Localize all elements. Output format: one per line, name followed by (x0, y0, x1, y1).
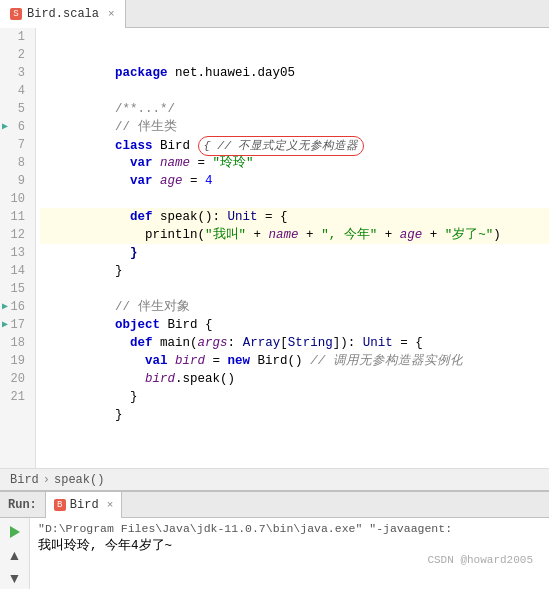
run-tab[interactable]: B Bird × (45, 492, 122, 518)
fold-arrow-16[interactable]: ▶ (2, 298, 8, 316)
run-panel: Run: B Bird × ▲ ▼ "D:\Program Files\Java… (0, 490, 549, 589)
line-num-17: ▶ 17 (0, 316, 29, 334)
line-num-14: 14 (0, 262, 29, 280)
editor-tab-bar: S Bird.scala × (0, 0, 549, 28)
code-lines: package net.huawei.day05 /**...*/ // 伴生类… (36, 28, 549, 468)
line-num-12: 12 (0, 226, 29, 244)
line-num-2: 2 (0, 46, 29, 64)
play-icon (10, 526, 20, 538)
run-tab-bar: Run: B Bird × (0, 492, 549, 518)
code-area: 1 2 3 4 5 ▶ 6 7 8 9 10 11 12 13 14 15 ▶ … (0, 28, 549, 468)
line-num-11: 11 (0, 208, 29, 226)
run-output-area: "D:\Program Files\Java\jdk-11.0.7\bin\ja… (30, 518, 549, 589)
code-line-1 (40, 28, 549, 46)
watermark: CSDN @howard2005 (427, 554, 533, 566)
run-footer: CSDN @howard2005 (38, 554, 541, 568)
scroll-up-button[interactable]: ▲ (5, 545, 25, 565)
breadcrumb: Bird › speak() (0, 468, 549, 490)
code-line-4: /**...*/ (40, 82, 549, 100)
line-num-7: 7 (0, 136, 29, 154)
breadcrumb-part1: Bird (10, 469, 39, 491)
code-line-2: package net.huawei.day05 (40, 46, 549, 64)
run-command: "D:\Program Files\Java\jdk-11.0.7\bin\ja… (38, 522, 541, 535)
oval-annotation: { // 不显式定义无参构造器 (198, 136, 365, 156)
run-content: ▲ ▼ "D:\Program Files\Java\jdk-11.0.7\bi… (0, 518, 549, 589)
run-tab-close[interactable]: × (107, 499, 114, 511)
line-num-10: 10 (0, 190, 29, 208)
editor-tab[interactable]: S Bird.scala × (0, 0, 126, 28)
file-icon: S (10, 8, 22, 20)
line-num-3: 3 (0, 64, 29, 82)
line-num-4: 4 (0, 82, 29, 100)
fold-arrow-6[interactable]: ▶ (2, 118, 8, 136)
tab-close-button[interactable]: × (108, 8, 115, 20)
line-num-21: 21 (0, 388, 29, 406)
run-tab-label: Bird (70, 498, 99, 512)
editor-container: S Bird.scala × 1 2 3 4 5 ▶ 6 7 8 9 10 11… (0, 0, 549, 490)
scroll-down-button[interactable]: ▼ (5, 568, 25, 588)
line-num-6: ▶ 6 (0, 118, 29, 136)
line-num-16: ▶ 16 (0, 298, 29, 316)
line-num-9: 9 (0, 172, 29, 190)
up-arrow-icon: ▲ (8, 548, 22, 562)
run-label: Run: (8, 498, 37, 512)
down-arrow-icon: ▼ (8, 571, 22, 585)
tab-label: Bird.scala (27, 7, 99, 21)
line-num-19: 19 (0, 352, 29, 370)
fold-arrow-17[interactable]: ▶ (2, 316, 8, 334)
code-line-10: def speak(): Unit = { (40, 190, 549, 208)
line-num-8: 8 (0, 154, 29, 172)
breadcrumb-part2: speak() (54, 469, 104, 491)
line-num-1: 1 (0, 28, 29, 46)
run-toolbar: ▲ ▼ (0, 518, 30, 589)
line-num-5: 5 (0, 100, 29, 118)
run-result: 我叫玲玲, 今年4岁了~ (38, 537, 541, 554)
line-num-18: 18 (0, 334, 29, 352)
code-line-15: // 伴生对象 (40, 280, 549, 298)
line-num-20: 20 (0, 370, 29, 388)
line-numbers: 1 2 3 4 5 ▶ 6 7 8 9 10 11 12 13 14 15 ▶ … (0, 28, 36, 468)
play-button[interactable] (5, 522, 25, 542)
breadcrumb-separator: › (43, 469, 50, 491)
line-num-13: 13 (0, 244, 29, 262)
run-tab-icon: B (54, 499, 66, 511)
line-num-15: 15 (0, 280, 29, 298)
